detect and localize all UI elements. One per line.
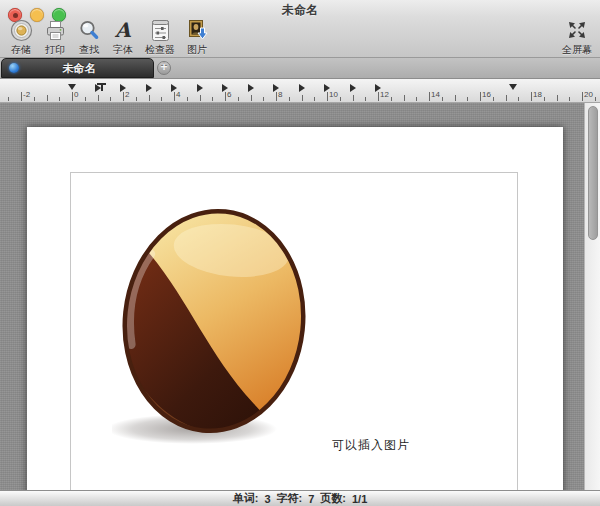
left-indent-marker[interactable] [68,84,76,90]
ruler-tick [302,95,303,101]
add-tab-button[interactable]: + [157,61,171,75]
ruler-tick [365,97,366,101]
window-header: 未命名 存储 [0,0,600,58]
tab-stop-marker[interactable] [248,84,254,92]
ruler-tick [85,97,86,101]
inserted-coffee-bean-image[interactable] [112,201,317,446]
tab-stop-marker[interactable] [146,84,152,92]
ruler-tick [327,92,328,101]
ruler-tick [314,97,315,101]
ruler-tick [429,92,430,101]
ruler-tick [110,97,111,101]
page-count-value: 1/1 [352,493,367,505]
ruler-tick [123,92,124,101]
right-indent-marker[interactable] [509,84,517,90]
page-count-label: 页数: [320,491,346,506]
scrollbar-thumb[interactable] [588,106,598,240]
tab-label: 未命名 [19,61,139,76]
ruler-number: 0 [74,90,78,99]
ruler-number: -2 [23,90,30,99]
ruler-tick [47,95,48,101]
tab-stop-marker[interactable] [350,84,356,92]
document-page[interactable]: 可以插入图片 [27,127,563,506]
ruler[interactable]: -202468101214161820 [0,79,600,103]
ruler-tick [149,95,150,101]
inspector-icon [148,18,172,42]
char-count-label: 字符: [277,491,303,506]
ruler-tick [174,92,175,101]
ruler-number: 20 [584,90,593,99]
ruler-tick [238,97,239,101]
status-bar: 单词: 3 字符: 7 页数: 1/1 [0,490,600,506]
ruler-tick [8,97,9,101]
toolbar: 存储 打印 [4,17,214,58]
tab-untitled[interactable]: 未命名 [1,58,154,78]
ruler-tick [557,95,558,101]
ruler-tick [212,97,213,101]
ruler-tick [493,97,494,101]
print-icon [43,18,67,42]
tab-bar: 未命名 + [0,58,600,79]
save-button[interactable]: 存储 [4,17,38,57]
font-icon: A [111,18,135,42]
ruler-tick [416,97,417,101]
ruler-tick [276,92,277,101]
ruler-tick [340,97,341,101]
tab-stop-marker[interactable] [171,84,177,92]
ruler-tick [353,95,354,101]
ruler-tick [531,92,532,101]
ruler-number: 12 [380,90,389,99]
ruler-tick [251,95,252,101]
ruler-tick [391,97,392,101]
ruler-tick [467,97,468,101]
tab-stop-marker[interactable] [120,84,126,92]
ruler-tick [455,95,456,101]
ruler-tick [595,97,596,101]
insert-image-button[interactable]: 图片 [180,17,214,57]
first-line-indent-marker[interactable] [97,83,106,91]
fullscreen-icon [565,18,589,42]
tab-stop-marker[interactable] [375,84,381,92]
inspector-button[interactable]: 检查器 [140,17,180,57]
search-icon [77,18,101,42]
ruler-tick [289,97,290,101]
ruler-tick [59,97,60,101]
find-button[interactable]: 查找 [72,17,106,57]
ruler-tick [136,97,137,101]
ruler-tick [34,97,35,101]
ruler-tick [480,92,481,101]
ruler-tick [404,95,405,101]
tab-stop-marker[interactable] [222,84,228,92]
word-count-value: 3 [264,493,270,505]
ruler-tick [187,97,188,101]
ruler-number: 14 [431,90,440,99]
image-icon [185,18,209,42]
tab-document-icon [9,63,19,73]
ruler-tick [506,95,507,101]
ruler-tick [72,92,73,101]
fullscreen-button[interactable]: 全屏幕 [557,17,597,57]
ruler-tick [263,97,264,101]
ruler-tick [378,92,379,101]
ruler-tick [518,97,519,101]
ruler-tick [225,92,226,101]
tab-stop-marker[interactable] [324,84,330,92]
vertical-scrollbar[interactable] [584,103,600,490]
print-button[interactable]: 打印 [38,17,72,57]
word-count-label: 单词: [233,491,259,506]
ruler-tick [161,97,162,101]
tab-stop-marker[interactable] [273,84,279,92]
tab-stop-marker[interactable] [299,84,305,92]
tab-stop-marker[interactable] [197,84,203,92]
ruler-tick [544,97,545,101]
document-text[interactable]: 可以插入图片 [332,437,410,454]
ruler-tick [582,92,583,101]
ruler-tick [98,95,99,101]
save-icon [9,18,33,42]
document-background: 可以插入图片 [0,103,600,490]
ruler-tick [442,97,443,101]
ruler-tick [21,92,22,101]
svg-text:A: A [114,19,132,42]
font-button[interactable]: A 字体 [106,17,140,57]
ruler-tick [200,95,201,101]
